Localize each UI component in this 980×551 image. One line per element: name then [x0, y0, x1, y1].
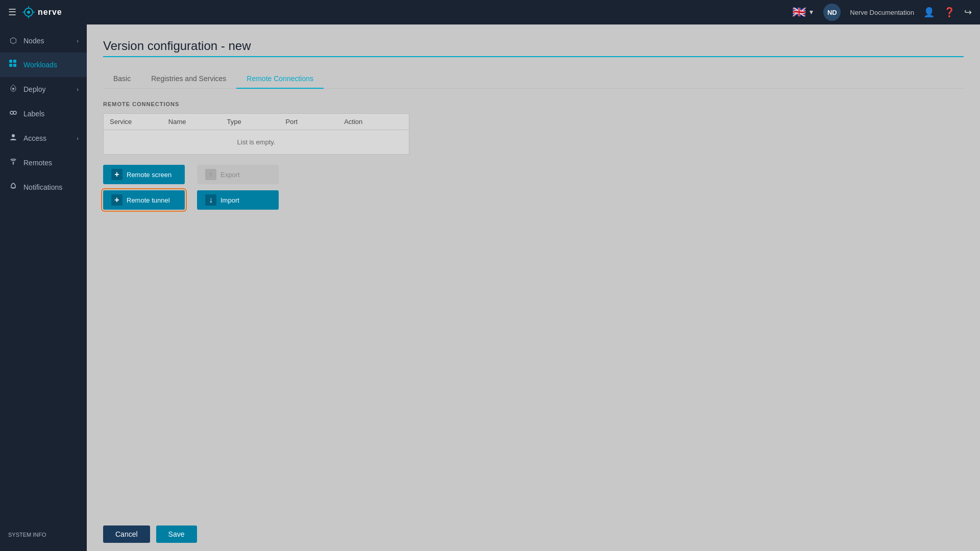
- export-button[interactable]: ↑ Export: [197, 165, 279, 184]
- tab-basic[interactable]: Basic: [103, 69, 141, 89]
- sidebar-item-workloads[interactable]: Workloads: [0, 53, 87, 77]
- sidebar-item-deploy[interactable]: Deploy ›: [0, 77, 87, 102]
- nerve-documentation-link[interactable]: Nerve Documentation: [850, 9, 914, 16]
- svg-rect-8: [9, 64, 12, 67]
- language-selector[interactable]: 🇬🇧 ▼: [792, 6, 814, 19]
- tab-remote-connections[interactable]: Remote Connections: [236, 69, 324, 89]
- flag-icon: 🇬🇧: [792, 6, 806, 19]
- user-profile-icon[interactable]: 👤: [923, 7, 935, 18]
- svg-point-14: [12, 134, 15, 137]
- import-button[interactable]: ↓ Import: [197, 190, 279, 210]
- col-service: Service: [110, 118, 168, 126]
- system-info-link[interactable]: SYSTEM INFO: [0, 524, 87, 545]
- topnav-right: 🇬🇧 ▼ ND Nerve Documentation 👤 ❓ ↪: [792, 4, 972, 21]
- table-header: Service Name Type Port Action: [104, 114, 409, 130]
- section-label: REMOTE CONNECTIONS: [103, 101, 964, 107]
- sidebar-label-labels: Labels: [23, 110, 44, 118]
- sidebar-item-notifications[interactable]: Notifications: [0, 175, 87, 199]
- hamburger-icon[interactable]: ☰: [8, 7, 16, 18]
- col-action: Action: [344, 118, 403, 126]
- notifications-icon: [8, 182, 18, 192]
- export-label: Export: [220, 171, 240, 179]
- export-icon: ↑: [205, 169, 216, 180]
- sidebar: ⬡ Nodes › Workloads Deploy ›: [0, 24, 87, 551]
- cancel-button[interactable]: Cancel: [103, 525, 150, 543]
- deploy-icon: [8, 84, 18, 94]
- remote-screen-button[interactable]: + Remote screen: [103, 165, 185, 184]
- help-icon[interactable]: ❓: [944, 7, 955, 18]
- sidebar-label-nodes: Nodes: [23, 37, 44, 45]
- svg-point-13: [13, 111, 16, 114]
- avatar-button[interactable]: ND: [823, 4, 841, 21]
- import-label: Import: [220, 196, 239, 204]
- page-title: Version configuration - new: [103, 39, 964, 57]
- sidebar-item-nodes[interactable]: ⬡ Nodes ›: [0, 29, 87, 53]
- main-content: Version configuration - new Basic Regist…: [87, 24, 980, 551]
- topnav-left: ☰ nerve: [8, 6, 63, 18]
- svg-point-1: [27, 11, 30, 14]
- left-actions: + Remote screen + Remote tunnel: [103, 165, 185, 210]
- svg-point-12: [10, 111, 13, 114]
- col-name: Name: [168, 118, 227, 126]
- import-icon: ↓: [205, 194, 216, 206]
- flag-dropdown-icon: ▼: [808, 9, 814, 16]
- nodes-arrow-icon: ›: [77, 38, 79, 44]
- topnav: ☰ nerve 🇬🇧 ▼ ND Nerve Documentation 👤 ❓ …: [0, 0, 980, 24]
- remotes-icon: [8, 158, 18, 168]
- tab-registries[interactable]: Registries and Services: [141, 69, 236, 89]
- nerve-logo: nerve: [22, 6, 63, 18]
- sidebar-label-access: Access: [23, 134, 46, 142]
- sidebar-label-workloads: Workloads: [23, 61, 57, 69]
- svg-point-11: [12, 88, 14, 90]
- content-area: Version configuration - new Basic Regist…: [87, 24, 980, 517]
- sidebar-label-notifications: Notifications: [23, 183, 62, 191]
- bottom-bar: Cancel Save: [87, 517, 980, 551]
- access-arrow-icon: ›: [77, 135, 79, 141]
- labels-icon: [8, 109, 18, 119]
- svg-rect-7: [9, 60, 12, 63]
- sidebar-item-remotes[interactable]: Remotes: [0, 151, 87, 175]
- nodes-icon: ⬡: [8, 36, 18, 45]
- sidebar-label-remotes: Remotes: [23, 159, 52, 167]
- right-actions: ↑ Export ↓ Import: [197, 165, 279, 210]
- remote-tunnel-button[interactable]: + Remote tunnel: [103, 190, 185, 210]
- sidebar-item-access[interactable]: Access ›: [0, 126, 87, 151]
- logout-icon[interactable]: ↪: [964, 7, 972, 18]
- deploy-arrow-icon: ›: [77, 86, 79, 92]
- remote-tunnel-label: Remote tunnel: [127, 196, 170, 204]
- svg-point-15: [13, 162, 14, 164]
- table-empty-message: List is empty.: [104, 130, 409, 154]
- sidebar-nav: ⬡ Nodes › Workloads Deploy ›: [0, 24, 87, 199]
- svg-text:nerve: nerve: [38, 8, 62, 16]
- col-type: Type: [227, 118, 286, 126]
- access-icon: [8, 133, 18, 143]
- remote-screen-label: Remote screen: [127, 171, 172, 179]
- layout: ⬡ Nodes › Workloads Deploy ›: [0, 24, 980, 551]
- col-port: Port: [285, 118, 344, 126]
- remote-screen-plus-icon: +: [111, 169, 122, 180]
- remote-tunnel-plus-icon: +: [111, 194, 122, 206]
- tabs-bar: Basic Registries and Services Remote Con…: [103, 69, 964, 89]
- save-button[interactable]: Save: [156, 525, 197, 543]
- svg-rect-10: [13, 64, 16, 67]
- sidebar-label-deploy: Deploy: [23, 85, 46, 93]
- sidebar-item-labels[interactable]: Labels: [0, 102, 87, 126]
- svg-rect-9: [13, 60, 16, 63]
- workloads-icon: [8, 60, 18, 70]
- remote-connections-table: Service Name Type Port Action List is em…: [103, 113, 409, 155]
- actions-row: + Remote screen + Remote tunnel ↑ Export…: [103, 165, 964, 210]
